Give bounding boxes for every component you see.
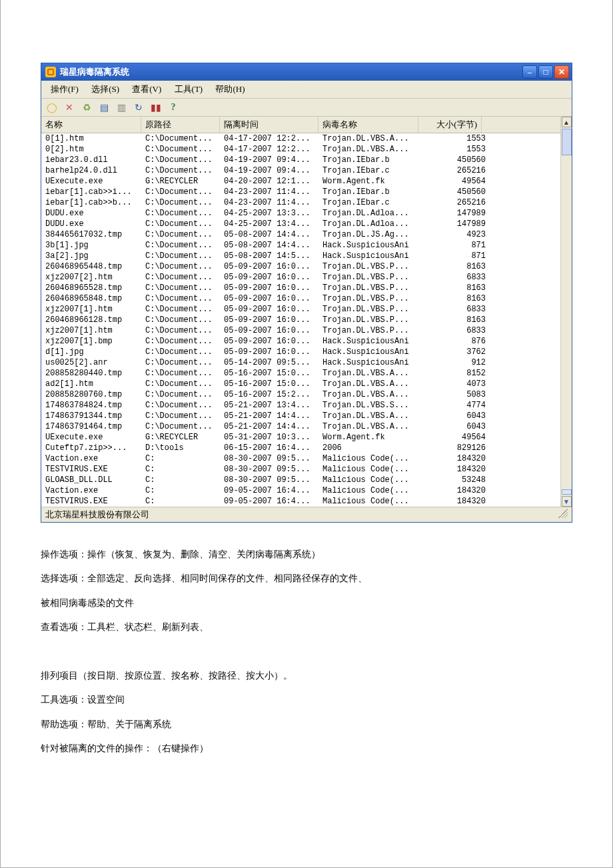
cell-size: 8163 xyxy=(422,261,486,272)
cell-path: C:\Document... xyxy=(145,251,224,261)
table-row[interactable]: DUDU.exeC:\Document...04-25-2007 13:4...… xyxy=(41,219,572,229)
table-row[interactable]: iebar[1].cab>>i...C:\Document...04-23-20… xyxy=(41,187,572,197)
cell-name: iebar23.0.dll xyxy=(45,155,145,165)
cell-virus: Hack.SuspiciousAni xyxy=(322,251,422,261)
chart-icon[interactable]: ▮▮ xyxy=(149,101,163,114)
cell-size: 4073 xyxy=(422,379,486,389)
cell-path: C:\Document... xyxy=(145,315,224,325)
table-row[interactable]: 174863791344.tmpC:\Document...05-21-2007… xyxy=(41,411,572,421)
cell-time: 04-25-2007 13:4... xyxy=(224,219,322,229)
cell-time: 05-09-2007 16:0... xyxy=(224,347,322,357)
recycle-icon[interactable]: ♻ xyxy=(80,101,93,114)
table-row[interactable]: 384465617032.tmpC:\Document...05-08-2007… xyxy=(41,229,572,240)
col-path[interactable]: 原路径 xyxy=(141,117,220,133)
cell-name: DUDU.exe xyxy=(45,219,145,229)
grid-rows[interactable]: 0[1].htmC:\Document...04-17-2007 12:2...… xyxy=(41,133,572,507)
table-row[interactable]: 174863791464.tmpC:\Document...05-21-2007… xyxy=(41,421,572,432)
cell-name: 3a[2].jpg xyxy=(45,251,145,261)
cell-path: C: xyxy=(145,496,224,507)
col-time[interactable]: 隔离时间 xyxy=(220,117,318,133)
note-line: 操作选项：操作（恢复、恢复为、删除、清空、关闭病毒隔离系统） xyxy=(41,543,572,567)
list-icon[interactable]: ▤ xyxy=(97,101,111,114)
table-row[interactable]: xjz2007[2].htmC:\Document...05-09-2007 1… xyxy=(41,272,572,283)
table-row[interactable]: 0[2].htmC:\Document...04-17-2007 12:2...… xyxy=(41,144,572,155)
table-row[interactable]: 260468965448.tmpC:\Document...05-09-2007… xyxy=(41,261,572,272)
table-row[interactable]: GLOASB_DLL.DLLC:08-30-2007 09:5...Malici… xyxy=(41,475,572,485)
table-row[interactable]: iebar23.0.dllC:\Document...04-19-2007 09… xyxy=(41,155,572,165)
table-row[interactable]: TESTVIRUS.EXEC:09-05-2007 16:4...Malicio… xyxy=(41,496,572,507)
delete-icon[interactable]: ✕ xyxy=(63,101,76,114)
table-row[interactable]: us0025[2].anrC:\Document...05-14-2007 09… xyxy=(41,357,572,368)
table-row[interactable]: 260468965528.tmpC:\Document...05-09-2007… xyxy=(41,283,572,293)
table-row[interactable]: 260468965848.tmpC:\Document...05-09-2007… xyxy=(41,293,572,304)
cell-size: 6043 xyxy=(422,411,486,421)
cell-time: 04-20-2007 12:1... xyxy=(224,176,322,187)
col-name[interactable]: 名称 xyxy=(41,117,141,133)
resize-grip-icon[interactable] xyxy=(558,509,568,518)
cell-path: C:\Document... xyxy=(145,336,224,347)
cell-name: Vaction.exe xyxy=(45,485,145,496)
restore-icon[interactable]: ◯ xyxy=(45,101,59,114)
table-row[interactable]: 0[1].htmC:\Document...04-17-2007 12:2...… xyxy=(41,133,572,144)
window-title: 瑞星病毒隔离系统 xyxy=(60,66,522,78)
scrollbar[interactable]: ▲ ▼ xyxy=(560,117,572,507)
minimize-button[interactable]: – xyxy=(522,65,537,79)
refresh-icon[interactable]: ↻ xyxy=(132,101,145,114)
table-row[interactable]: barhelp24.0.dllC:\Document...04-19-2007 … xyxy=(41,165,572,176)
scroll-thumb[interactable] xyxy=(562,129,572,155)
table-row[interactable]: iebar[1].cab>>b...C:\Document...04-23-20… xyxy=(41,197,572,208)
cell-size: 184320 xyxy=(422,464,486,475)
table-row[interactable]: Vaction.exeC:09-05-2007 16:4...Malicious… xyxy=(41,485,572,496)
table-row[interactable]: 260468966128.tmpC:\Document...05-09-2007… xyxy=(41,315,572,325)
cell-path: C:\Document... xyxy=(145,187,224,197)
table-row[interactable]: UExecute.exeG:\RECYCLER05-31-2007 10:3..… xyxy=(41,432,572,443)
menu-tool[interactable]: 工具(T) xyxy=(169,82,209,97)
table-row[interactable]: 208858280760.tmpC:\Document...05-16-2007… xyxy=(41,389,572,400)
maximize-button[interactable]: □ xyxy=(538,65,553,79)
col-size[interactable]: 大小(字节) xyxy=(418,117,482,133)
scroll-up-icon[interactable]: ▲ xyxy=(562,117,572,127)
table-row[interactable]: Cuteftp7.zip>>...D:\tools06-15-2007 16:4… xyxy=(41,443,572,453)
titlebar[interactable]: 瑞星病毒隔离系统 – □ ✕ xyxy=(41,63,572,81)
table-row[interactable]: 3b[1].jpgC:\Document...05-08-2007 14:4..… xyxy=(41,240,572,251)
table-row[interactable]: 174863784824.tmpC:\Document...05-21-2007… xyxy=(41,400,572,411)
cell-virus: Malicious Code(... xyxy=(322,453,422,464)
help-icon[interactable]: ? xyxy=(167,101,180,114)
cell-virus: Hack.SuspiciousAni xyxy=(322,357,422,368)
cell-time: 05-08-2007 14:4... xyxy=(224,240,322,251)
table-row[interactable]: 208858280440.tmpC:\Document...05-16-2007… xyxy=(41,368,572,379)
close-button[interactable]: ✕ xyxy=(554,65,569,79)
col-virus[interactable]: 病毒名称 xyxy=(318,117,418,133)
note-line: 被相同病毒感染的文件 xyxy=(41,591,572,615)
table-row[interactable]: xjz2007[1].bmpC:\Document...05-09-2007 1… xyxy=(41,336,572,347)
table-row[interactable]: DUDU.exeC:\Document...04-25-2007 13:3...… xyxy=(41,208,572,219)
cell-path: C:\Document... xyxy=(145,165,224,176)
table-row[interactable]: TESTVIRUS.EXEC:08-30-2007 09:5...Malicio… xyxy=(41,464,572,475)
cell-path: C:\Document... xyxy=(145,304,224,315)
cell-name: 174863791464.tmp xyxy=(45,421,145,432)
cell-time: 05-09-2007 16:0... xyxy=(224,336,322,347)
scroll-down-icon[interactable]: ▼ xyxy=(562,496,572,507)
cell-path: C:\Document... xyxy=(145,347,224,357)
menu-help[interactable]: 帮助(H) xyxy=(210,82,250,97)
cell-name: xjz2007[1].htm xyxy=(45,304,145,315)
menu-file[interactable]: 操作(F) xyxy=(45,82,84,97)
details-icon[interactable]: ▥ xyxy=(115,101,128,114)
table-row[interactable]: Vaction.exeC:08-30-2007 09:5...Malicious… xyxy=(41,453,572,464)
menu-view[interactable]: 查看(V) xyxy=(127,82,167,97)
table-row[interactable]: ad2[1].htmC:\Document...05-16-2007 15:0.… xyxy=(41,379,572,389)
cell-time: 05-08-2007 14:5... xyxy=(224,251,322,261)
cell-path: C:\Document... xyxy=(145,293,224,304)
cell-size: 3762 xyxy=(422,347,486,357)
cell-virus: Hack.SuspiciousAni xyxy=(322,336,422,347)
table-row[interactable]: d[1].jpgC:\Document...05-09-2007 16:0...… xyxy=(41,347,572,357)
cell-virus: Trojan.DL.JS.Ag... xyxy=(322,229,422,240)
menu-select[interactable]: 选择(S) xyxy=(86,82,125,97)
cell-virus: Trojan.DL.Adloa... xyxy=(322,219,422,229)
table-row[interactable]: 3a[2].jpgC:\Document...05-08-2007 14:5..… xyxy=(41,251,572,261)
table-row[interactable]: xjz2007[1].htmC:\Document...05-09-2007 1… xyxy=(41,304,572,315)
note-line: 帮助选项：帮助、关于隔离系统 xyxy=(41,713,572,737)
cell-size: 4923 xyxy=(422,229,486,240)
table-row[interactable]: xjz2007[1].htmC:\Document...05-09-2007 1… xyxy=(41,325,572,336)
table-row[interactable]: UExecute.exeG:\RECYCLER04-20-2007 12:1..… xyxy=(41,176,572,187)
